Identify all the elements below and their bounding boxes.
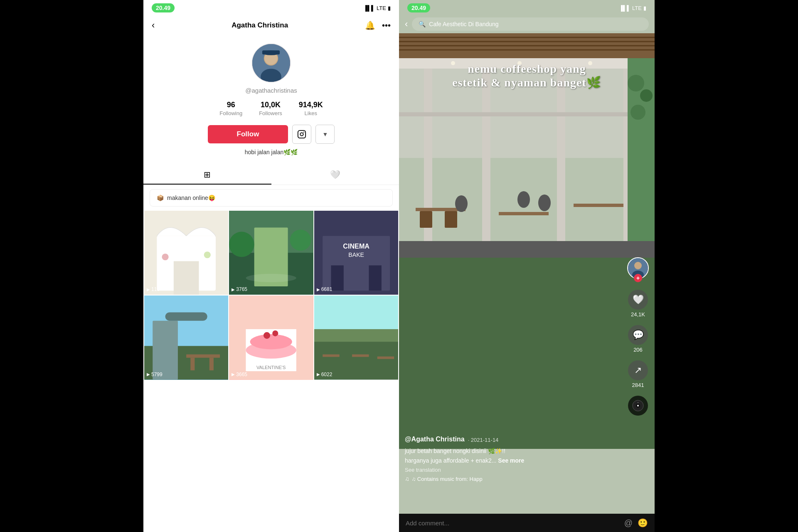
like-action[interactable]: 🤍 24,1K	[628, 290, 648, 318]
search-query: Cafe Aesthetic Di Bandung	[429, 21, 498, 27]
svg-point-19	[246, 274, 296, 282]
svg-rect-6	[298, 131, 305, 138]
network-icon-left: LTE	[377, 5, 386, 11]
see-translation-button[interactable]: See translation	[405, 467, 621, 473]
vinyl-action[interactable]	[628, 396, 648, 416]
network-icon-right: LTE	[632, 5, 642, 11]
svg-rect-71	[399, 112, 655, 116]
svg-rect-24	[331, 266, 343, 291]
svg-point-12	[162, 254, 168, 260]
comment-button[interactable]: 💬	[628, 325, 648, 345]
svg-text:BAKE: BAKE	[348, 251, 364, 258]
video-title-line1: nemu coffeeshop yang	[399, 62, 655, 76]
search-input-container[interactable]: 🔍 Cafe Aesthetic Di Bandung	[412, 17, 649, 31]
tabs-row: ⊞ 🤍	[143, 165, 399, 185]
username: @agathachristinas	[245, 87, 297, 94]
status-bar-right: 20.49 ▐▌▌ LTE ▮	[399, 0, 655, 16]
following-count: 96	[227, 101, 235, 109]
stat-following: 96 Following	[219, 101, 242, 116]
see-more-button[interactable]: See more	[498, 457, 524, 464]
svg-point-17	[229, 232, 254, 257]
left-phone: 20.49 ▐▌▌ LTE ▮ ‹ Agatha Christina 🔔 •••	[143, 0, 399, 532]
creator-name: @Agatha Christina	[405, 436, 465, 443]
time-badge-right: 20.49	[407, 3, 430, 12]
grid-item[interactable]: ▶ 5799	[144, 296, 228, 379]
grid-item[interactable]: ▶ 6022	[314, 296, 398, 379]
svg-point-36	[250, 334, 292, 349]
pinned-icon: 📦	[157, 195, 164, 201]
grid-item[interactable]: VALENTINE'S ▶ 3665	[229, 296, 313, 379]
heart-icon: 🤍	[330, 170, 340, 180]
svg-rect-32	[209, 358, 214, 370]
svg-rect-25	[369, 266, 381, 291]
svg-point-82	[638, 402, 638, 403]
avatar-image	[252, 44, 290, 82]
svg-point-18	[290, 230, 311, 251]
signal-icon-right: ▐▌▌	[619, 5, 631, 11]
emoji-icon[interactable]: 🙂	[638, 518, 648, 528]
following-label: Following	[219, 110, 242, 116]
back-button[interactable]: ‹	[152, 20, 155, 31]
svg-rect-5	[262, 50, 280, 54]
avatar	[251, 43, 291, 83]
bio-text: hobi jalan jalan🌿🌿	[245, 149, 298, 155]
svg-rect-64	[499, 212, 549, 215]
status-icons-left: ▐▌▌ LTE ▮	[363, 5, 391, 11]
more-socials-button[interactable]: ▼	[315, 125, 335, 144]
status-icons-right: ▐▌▌ LTE ▮	[619, 5, 646, 11]
likes-count: 914,9K	[299, 101, 323, 109]
mention-icon[interactable]: @	[624, 518, 633, 528]
bottom-info: @Agatha Christina · 2021-11-14 jujur bet…	[405, 436, 621, 482]
svg-rect-61	[399, 241, 655, 449]
status-bar-left: 20.49 ▐▌▌ LTE ▮	[143, 0, 399, 16]
svg-text:CINEMA: CINEMA	[343, 242, 369, 250]
svg-point-81	[637, 405, 639, 406]
instagram-button[interactable]	[292, 125, 311, 144]
search-back-button[interactable]: ‹	[405, 19, 408, 30]
more-options-icon[interactable]: •••	[382, 21, 391, 30]
comment-input[interactable]	[406, 520, 619, 527]
follow-plus-badge[interactable]: +	[634, 274, 642, 282]
tab-videos[interactable]: ⊞	[143, 165, 271, 185]
pinned-banner[interactable]: 📦 makanan online😝	[150, 189, 393, 207]
followers-label: Followers	[259, 110, 282, 116]
music-text: ♫ Contains music from: Happ	[412, 476, 483, 482]
share-button[interactable]: ↗	[628, 360, 648, 380]
music-note-icon: ♫	[405, 475, 409, 482]
stats-row: 96 Following 10,0K Followers 914,9K Like…	[219, 101, 323, 116]
bell-icon[interactable]: 🔔	[365, 20, 375, 30]
signal-icon-left: ▐▌▌	[363, 5, 375, 11]
grid-item[interactable]: ▶ 3765	[229, 211, 313, 295]
svg-point-8	[303, 132, 304, 133]
music-row: ♫ ♫ Contains music from: Happ	[405, 475, 621, 482]
view-count: ▶ 3665	[232, 372, 247, 377]
share-count: 2841	[632, 382, 644, 388]
like-button[interactable]: 🤍	[628, 290, 648, 310]
video-title-line2: estetik & nyaman banget🌿	[399, 76, 655, 89]
tab-liked[interactable]: 🤍	[271, 165, 399, 185]
svg-rect-45	[377, 357, 394, 359]
search-bar: ‹ 🔍 Cafe Aesthetic Di Bandung	[399, 15, 655, 33]
share-action[interactable]: ↗ 2841	[628, 360, 648, 388]
svg-rect-31	[190, 358, 195, 370]
comment-action[interactable]: 💬 206	[628, 325, 648, 353]
right-phone: 20.49 ▐▌▌ LTE ▮ ‹ 🔍 Cafe Aesthetic Di Ba…	[399, 0, 655, 532]
battery-icon-right: ▮	[643, 5, 646, 11]
grid-item[interactable]: ▶ 113	[144, 211, 228, 295]
grid-item[interactable]: CINEMA BAKE ▶ 6681	[314, 211, 398, 295]
view-count: ▶ 6681	[317, 286, 332, 292]
svg-rect-44	[352, 355, 369, 357]
svg-rect-66	[420, 211, 432, 228]
pinned-text: makanan online😝	[167, 195, 215, 201]
svg-text:VALENTINE'S: VALENTINE'S	[256, 365, 286, 370]
svg-rect-43	[323, 355, 339, 357]
follow-button[interactable]: Follow	[208, 125, 288, 143]
svg-point-77	[634, 262, 642, 269]
grid-icon: ⊞	[204, 170, 211, 180]
svg-rect-11	[174, 261, 199, 295]
caption-2: harganya juga affordable + enak2... See …	[405, 457, 621, 465]
svg-point-38	[273, 330, 278, 336]
svg-rect-30	[186, 355, 220, 358]
view-count: ▶ 113	[147, 286, 160, 292]
video-grid: ▶ 113 ▶ 3765	[143, 211, 399, 380]
